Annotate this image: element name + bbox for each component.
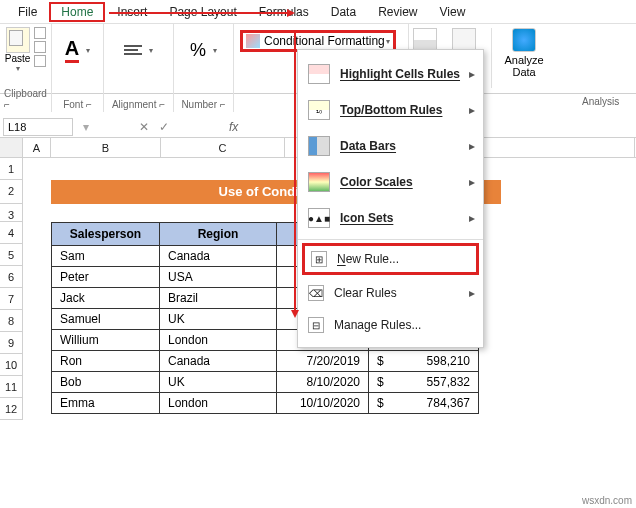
conditional-formatting-icon	[246, 34, 260, 48]
highlight-cells-icon	[308, 64, 330, 84]
name-box[interactable]	[3, 118, 73, 136]
number-group: %▾ Number ⌐	[174, 24, 234, 112]
chevron-down-icon: ▾	[386, 37, 390, 46]
row-header[interactable]: 3	[0, 204, 23, 222]
annotation-arrow	[294, 30, 296, 312]
menu-data-bars[interactable]: Data Bars ▸	[298, 128, 483, 164]
submenu-arrow-icon: ▸	[469, 103, 475, 117]
menu-review[interactable]: Review	[368, 2, 427, 22]
table-row[interactable]: RonCanada7/20/2019$598,210	[52, 351, 479, 372]
clear-rules-icon: ⌫	[308, 285, 324, 301]
conditional-formatting-label: Conditional Formatting	[264, 34, 385, 48]
format-painter-icon[interactable]	[34, 55, 46, 67]
menu-highlight-cells[interactable]: Highlight Cells Rules ▸	[298, 56, 483, 92]
submenu-arrow-icon: ▸	[469, 286, 475, 300]
row-header[interactable]: 1	[0, 158, 23, 180]
menu-clear-rules[interactable]: ⌫ Clear Rules ▸	[298, 277, 483, 309]
row-header[interactable]: 7	[0, 288, 23, 310]
clipboard-group: Paste ▾ Clipboard ⌐	[0, 24, 52, 112]
color-scales-icon	[308, 172, 330, 192]
menu-icon-sets[interactable]: ●▲■ Icon Sets ▸	[298, 200, 483, 236]
row-header[interactable]: 11	[0, 376, 23, 398]
font-label: Font ⌐	[63, 97, 92, 112]
copy-icon[interactable]	[34, 41, 46, 53]
new-rule-icon: ⊞	[311, 251, 327, 267]
analyze-data-label: Analyze Data	[502, 54, 546, 78]
menu-top-bottom[interactable]: ₁₀ Top/Bottom Rules ▸	[298, 92, 483, 128]
namebox-dropdown-icon[interactable]: ▾	[83, 120, 89, 134]
row-header[interactable]: 4	[0, 222, 23, 244]
menu-data[interactable]: Data	[321, 2, 366, 22]
table-row[interactable]: EmmaLondon10/10/2020$784,367	[52, 393, 479, 414]
menu-home[interactable]: Home	[49, 2, 105, 22]
row-header[interactable]: 8	[0, 310, 23, 332]
menu-label: New Rule...	[337, 252, 470, 266]
cancel-icon[interactable]: ✕	[139, 120, 149, 134]
paste-label: Paste	[5, 53, 31, 64]
manage-rules-icon: ⊟	[308, 317, 324, 333]
menu-label: Icon Sets	[340, 211, 473, 225]
icon-sets-icon: ●▲■	[308, 208, 330, 228]
column-header-b[interactable]: B	[51, 138, 161, 157]
top-bottom-icon: ₁₀	[308, 100, 330, 120]
paste-dropdown-icon[interactable]: ▾	[16, 64, 20, 73]
align-icon[interactable]	[124, 43, 142, 57]
menu-view[interactable]: View	[430, 2, 476, 22]
menu-file[interactable]: File	[8, 2, 47, 22]
watermark: wsxdn.com	[582, 495, 632, 506]
column-header-c[interactable]: C	[161, 138, 285, 157]
select-all-corner[interactable]	[0, 138, 23, 157]
menu-label: Clear Rules	[334, 286, 473, 300]
paste-icon[interactable]	[6, 27, 30, 53]
font-color-icon[interactable]: A	[65, 37, 79, 63]
submenu-arrow-icon: ▸	[469, 175, 475, 189]
data-bars-icon	[308, 136, 330, 156]
row-header[interactable]: 12	[0, 398, 23, 420]
alignment-group: ▾ Alignment ⌐	[104, 24, 174, 112]
font-group: A▾ Font ⌐	[52, 24, 104, 112]
conditional-formatting-menu: Highlight Cells Rules ▸ ₁₀ Top/Bottom Ru…	[297, 49, 484, 348]
analysis-label: Analysis	[582, 96, 619, 107]
row-header[interactable]: 9	[0, 332, 23, 354]
menu-label: Top/Bottom Rules	[340, 103, 473, 117]
menu-label: Highlight Cells Rules	[340, 67, 473, 81]
row-headers: 1 2 3 4 5 6 7 8 9 10 11 12	[0, 158, 23, 420]
th-region[interactable]: Region	[160, 223, 277, 246]
menu-label: Manage Rules...	[334, 318, 473, 332]
row-header[interactable]: 10	[0, 354, 23, 376]
fx-icon[interactable]: fx	[229, 120, 238, 134]
row-header[interactable]: 5	[0, 244, 23, 266]
analyze-data-button[interactable]: Analyze Data	[502, 28, 546, 93]
submenu-arrow-icon: ▸	[469, 67, 475, 81]
menubar: File Home Insert Page Layout Formulas Da…	[0, 0, 636, 24]
enter-icon[interactable]: ✓	[159, 120, 169, 134]
menu-color-scales[interactable]: Color Scales ▸	[298, 164, 483, 200]
menu-label: Color Scales	[340, 175, 473, 189]
number-label: Number ⌐	[181, 97, 225, 112]
submenu-arrow-icon: ▸	[469, 211, 475, 225]
column-header-a[interactable]: A	[23, 138, 51, 157]
analyze-data-icon	[512, 28, 536, 52]
annotation-arrow	[109, 12, 289, 14]
menu-manage-rules[interactable]: ⊟ Manage Rules...	[298, 309, 483, 341]
menu-label: Data Bars	[340, 139, 473, 153]
menu-new-rule[interactable]: ⊞ New Rule...	[302, 243, 479, 275]
table-row[interactable]: BobUK8/10/2020$557,832	[52, 372, 479, 393]
cut-icon[interactable]	[34, 27, 46, 39]
submenu-arrow-icon: ▸	[469, 139, 475, 153]
percent-icon[interactable]: %	[190, 40, 206, 61]
row-header[interactable]: 6	[0, 266, 23, 288]
alignment-label: Alignment ⌐	[112, 97, 165, 112]
clipboard-label: Clipboard ⌐	[4, 86, 47, 112]
th-salesperson[interactable]: Salesperson	[52, 223, 160, 246]
row-header[interactable]: 2	[0, 180, 23, 204]
